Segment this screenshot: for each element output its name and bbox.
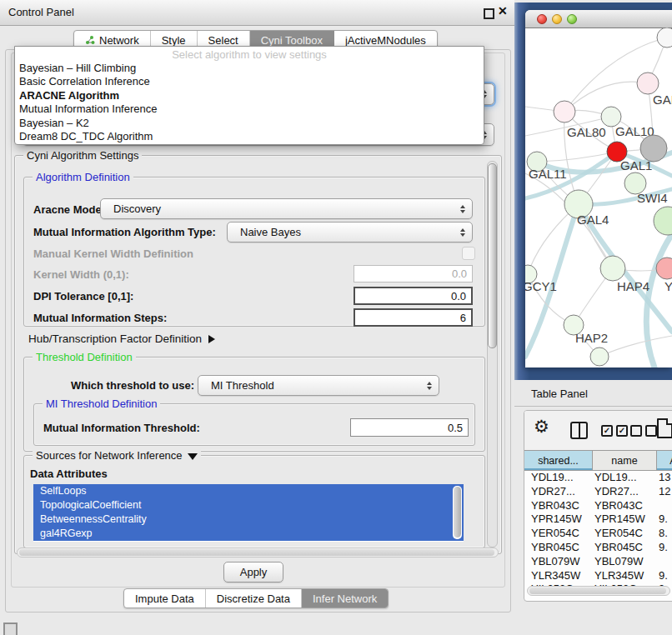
network-node-hap4[interactable] [600, 256, 625, 281]
table-cell[interactable]: YLR345W [593, 569, 657, 583]
algorithm-option-basic-correlation-inference[interactable]: Basic Correlation Inference [15, 75, 484, 88]
tab-infer-network[interactable]: Infer Network [302, 589, 388, 608]
column-header-a[interactable]: A [657, 451, 672, 470]
hub-definition-toggle[interactable]: Hub/Transcription Factor Definition [28, 332, 215, 345]
table-panel: ⚙ ✓ ✓ shared...nameA YDL19...YDL19...13Y… [524, 410, 672, 602]
table-row[interactable]: YDL19...YDL19...13 [524, 471, 672, 485]
node-label: GAL80 [567, 125, 606, 139]
network-node-unlabeled[interactable] [654, 207, 672, 235]
table-cell[interactable]: YER054C [593, 527, 657, 541]
float-panel-icon[interactable] [484, 8, 494, 19]
mi-type-value: Naive Bayes [240, 226, 301, 238]
table-row[interactable]: YDR27...YDR27...12 [524, 485, 672, 499]
table-cell[interactable]: 9. [657, 512, 672, 527]
table-cell[interactable]: 9. [657, 541, 672, 555]
network-view-window: GALGAL80GAL10GAL1GAL11SWI4GAL4GCY1HAP4YH… [525, 10, 672, 368]
algorithm-option-bayesian-hill-climbing[interactable]: Bayesian – Hill Climbing [15, 62, 484, 75]
scrollbar-thumb[interactable] [529, 588, 666, 594]
table-cell[interactable]: YBR043C [593, 499, 657, 513]
table-row[interactable]: YPR145WYPR145W9. [524, 512, 672, 527]
network-edge[interactable] [599, 336, 672, 357]
algorithm-option-mutual-information-inference[interactable]: Mutual Information Inference [15, 102, 484, 116]
close-panel-icon[interactable]: ✕ [498, 4, 508, 18]
table-row[interactable]: YER054CYER054C8. [524, 527, 672, 541]
table-row[interactable]: YBR043CYBR043C [524, 499, 672, 513]
table-cell[interactable]: YDR27... [524, 485, 593, 499]
table-cell[interactable]: 8. [657, 527, 672, 541]
attribute-selfloops[interactable]: SelfLoops [33, 484, 464, 498]
new-table-icon[interactable] [657, 418, 672, 438]
window-close-button[interactable] [537, 14, 547, 24]
table-cell[interactable]: YDL19... [524, 471, 593, 485]
columns-icon[interactable] [570, 422, 588, 439]
table-cell[interactable]: YDR27... [593, 485, 657, 499]
data-attributes-label: Data Attributes [30, 468, 108, 480]
table-horizontal-scrollbar[interactable] [527, 586, 670, 596]
aracne-mode-combobox[interactable]: Discovery [100, 198, 473, 219]
algorithm-definition-title: Algorithm Definition [33, 171, 133, 183]
table-cell[interactable] [657, 499, 672, 513]
scrollbar-thumb[interactable] [488, 163, 497, 348]
settings-vertical-scrollbar[interactable] [487, 161, 498, 548]
scrollbar-thumb[interactable] [19, 549, 494, 556]
table-cell[interactable]: YBR045C [593, 541, 657, 555]
dock-panel-icon[interactable] [3, 622, 18, 635]
attribute-topologicalcoefficient[interactable]: TopologicalCoefficient [33, 498, 464, 512]
network-edge[interactable] [646, 234, 672, 368]
scrollbar-thumb[interactable] [454, 487, 461, 538]
node-label: GCY1 [525, 279, 557, 293]
table-cell[interactable]: YBL079W [524, 555, 593, 569]
column-header-shared[interactable]: shared... [524, 451, 593, 470]
table-cell[interactable]: YBR045C [524, 541, 593, 555]
which-threshold-combobox[interactable]: MI Threshold [198, 375, 439, 396]
network-canvas[interactable]: GALGAL80GAL10GAL1GAL11SWI4GAL4GCY1HAP4YH… [525, 28, 672, 368]
table-cell[interactable]: YBL079W [593, 555, 657, 569]
network-node-unlabeled[interactable] [590, 348, 609, 366]
tab-discretize-data[interactable]: Discretize Data [206, 589, 302, 608]
table-cell[interactable]: 12 [657, 485, 672, 499]
window-zoom-button[interactable] [567, 14, 577, 24]
network-window-titlebar[interactable] [525, 10, 672, 28]
algorithm-option-aracne-algorithm[interactable]: ARACNE Algorithm [15, 89, 484, 102]
table-cell[interactable]: YDL19... [593, 471, 657, 485]
column-header-name[interactable]: name [593, 451, 657, 470]
network-node-unlabeled[interactable] [640, 135, 667, 162]
select-all-checks-icon[interactable]: ✓ ✓ [601, 425, 628, 437]
data-attributes-list[interactable]: SelfLoopsTopologicalCoefficientBetweenne… [33, 484, 464, 542]
combo-stepper-icon [460, 205, 465, 213]
network-node-gal80[interactable] [554, 101, 575, 122]
tab-label: Discretize Data [217, 592, 290, 605]
attributes-scrollbar[interactable] [453, 486, 462, 539]
network-node-unlabeled[interactable] [657, 28, 672, 48]
clear-all-checks-icon[interactable] [630, 425, 657, 437]
table-cell[interactable]: YLR345W [524, 569, 593, 583]
gear-icon[interactable]: ⚙ [534, 417, 549, 437]
table-cell[interactable] [657, 555, 672, 569]
table-row[interactable]: YBR045CYBR045C9. [524, 541, 672, 555]
dpi-tolerance-field[interactable]: 0.0 [354, 287, 473, 305]
table-cell[interactable]: 13 [657, 471, 672, 485]
unchecked-box-icon [645, 425, 657, 437]
settings-horizontal-scrollbar[interactable] [17, 548, 499, 558]
algorithm-option-bayesian-k2[interactable]: Bayesian – K2 [15, 117, 484, 130]
attribute-gal4rgexp[interactable]: gal4RGexp [33, 527, 464, 541]
table-row[interactable]: YLR345WYLR345W9. [524, 569, 672, 583]
mi-type-combobox[interactable]: Naive Bayes [227, 222, 473, 242]
attribute-betweennesscentrality[interactable]: BetweennessCentrality [33, 512, 464, 527]
table-cell[interactable]: 9. [657, 569, 672, 583]
tab-impute-data[interactable]: Impute Data [124, 589, 206, 608]
table-cell[interactable]: YBR043C [524, 499, 593, 513]
window-minimize-button[interactable] [552, 14, 562, 24]
table-cell[interactable]: YPR145W [524, 512, 593, 527]
network-node-gal[interactable] [637, 72, 659, 94]
apply-button[interactable]: Apply [223, 562, 283, 582]
mi-steps-field[interactable]: 6 [354, 308, 473, 327]
sources-title: Sources for Network Inference [36, 449, 183, 462]
table-cell[interactable]: YPR145W [593, 512, 657, 527]
table-row[interactable]: YBL079WYBL079W [524, 555, 672, 569]
sources-toggle[interactable]: Sources for Network Inference [33, 449, 201, 462]
algorithm-option-dream8-dc-tdc-algorithm[interactable]: Dream8 DC_TDC Algorithm [15, 130, 484, 143]
mit-field[interactable]: 0.5 [350, 418, 469, 437]
kernel-width-field: 0.0 [354, 265, 473, 282]
table-cell[interactable]: YER054C [524, 527, 593, 541]
